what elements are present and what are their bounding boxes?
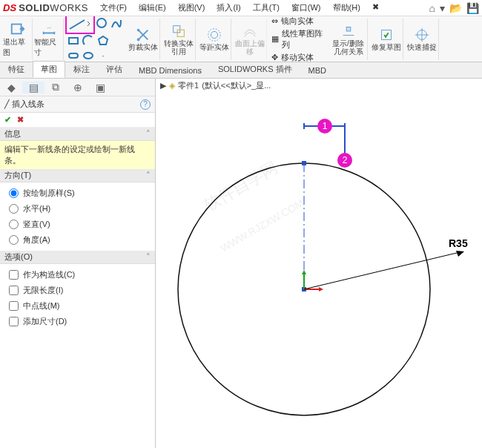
radio-as-sketched-input[interactable] bbox=[9, 188, 19, 198]
check-adddim[interactable]: 添加尺寸(D) bbox=[6, 314, 149, 329]
manager-tabs: ◆ ▤ ⧉ ⊕ ▣ bbox=[0, 79, 155, 96]
check-midpoint[interactable]: 中点线(M) bbox=[6, 298, 149, 314]
check-adddim-input[interactable] bbox=[9, 317, 19, 326]
tab-sketch[interactable]: 草图 bbox=[33, 61, 65, 78]
fm-tab-display[interactable]: ▣ bbox=[89, 82, 111, 93]
line-button[interactable] bbox=[67, 16, 93, 33]
logo-solid: SOLID bbox=[19, 2, 50, 13]
part-icon: ◈ bbox=[169, 81, 175, 90]
expand-icon[interactable]: ▶ bbox=[160, 81, 166, 90]
radio-angle-input[interactable] bbox=[9, 235, 19, 245]
check-construction[interactable]: 作为构造线(C) bbox=[6, 267, 149, 283]
sketch-tools: · bbox=[65, 16, 125, 62]
options-header[interactable]: 选项(O) ˄ bbox=[0, 251, 155, 264]
check-construction-label: 作为构造线(C) bbox=[23, 269, 75, 280]
menu-insert[interactable]: 插入(I) bbox=[214, 1, 243, 15]
svg-point-13 bbox=[208, 29, 220, 42]
exit-sketch-button[interactable]: 退出草图 bbox=[3, 19, 33, 60]
balloon-1[interactable]: 1 bbox=[317, 119, 332, 134]
radio-as-sketched[interactable]: 按绘制原样(S) bbox=[6, 185, 149, 201]
command-tabs: 特征 草图 标注 评估 MBD Dimensions SOLIDWORKS 插件… bbox=[0, 62, 482, 79]
svg-point-7 bbox=[84, 53, 93, 59]
tab-feature[interactable]: 特征 bbox=[0, 61, 33, 78]
menu-pin[interactable]: ✖ bbox=[369, 1, 382, 15]
cancel-button[interactable]: ✖ bbox=[17, 115, 24, 125]
tab-annotate[interactable]: 标注 bbox=[65, 61, 98, 78]
showdel-button[interactable]: 显示/删除几何关系 bbox=[329, 19, 368, 60]
radio-horizontal[interactable]: 水平(H) bbox=[6, 201, 149, 217]
logo-works: WORKS bbox=[50, 2, 88, 13]
save-icon[interactable]: 💾 bbox=[466, 2, 479, 14]
menu-help[interactable]: 帮助(H) bbox=[330, 1, 363, 15]
convert-button[interactable]: 转换实体引用 bbox=[162, 19, 196, 60]
rect-button[interactable] bbox=[67, 34, 80, 47]
radio-horizontal-input[interactable] bbox=[9, 204, 19, 214]
point-button[interactable]: · bbox=[96, 49, 110, 62]
orientation-header[interactable]: 方向(T) ˄ bbox=[0, 169, 155, 182]
breadcrumb[interactable]: ▶ ◈ 零件1 (默认<<默认>_显... bbox=[160, 80, 271, 91]
arc-button[interactable] bbox=[82, 34, 95, 47]
check-midpoint-label: 中点线(M) bbox=[23, 300, 60, 312]
menu-window[interactable]: 窗口(W) bbox=[288, 1, 324, 15]
spline-button[interactable] bbox=[110, 16, 123, 30]
home-icon[interactable]: ⌂ bbox=[429, 2, 435, 14]
svg-line-2 bbox=[70, 20, 85, 29]
graphics-viewport[interactable]: ▶ ◈ 零件1 (默认<<默认>_显... 软件自学网 WWW.RJZXW.CO… bbox=[156, 79, 482, 448]
crumb-part: 零件1 bbox=[178, 80, 199, 91]
linear-label: 线性草图阵列 bbox=[282, 28, 325, 50]
smart-dim-label: 智能尺寸 bbox=[34, 37, 63, 58]
radius-dimension[interactable]: R35 bbox=[304, 237, 468, 289]
info-icon[interactable]: ? bbox=[140, 99, 151, 110]
radio-vertical-input[interactable] bbox=[9, 220, 19, 229]
offset-button[interactable]: 等距实体 bbox=[197, 19, 231, 60]
trim-button[interactable]: 剪裁实体 bbox=[126, 19, 160, 60]
balloon-2[interactable]: 2 bbox=[337, 153, 352, 168]
circle-button[interactable] bbox=[95, 16, 108, 30]
menu-edit[interactable]: 编辑(E) bbox=[136, 1, 169, 15]
info-header[interactable]: 信息 ˄ bbox=[0, 128, 155, 141]
linear-pattern-button[interactable]: ▦线性草图阵列 bbox=[271, 28, 325, 50]
svg-point-8 bbox=[136, 29, 139, 32]
surf-offset-button: 曲面上偏移 bbox=[233, 19, 267, 60]
endpoint-top[interactable] bbox=[302, 161, 306, 165]
slot-button[interactable] bbox=[67, 49, 80, 62]
svg-point-3 bbox=[97, 19, 106, 27]
check-construction-input[interactable] bbox=[9, 270, 19, 280]
fm-tab-config[interactable]: ⧉ bbox=[44, 81, 67, 93]
radius-dim-text: R35 bbox=[449, 237, 468, 249]
pm-title: 插入线条 bbox=[12, 99, 44, 110]
tab-mbd[interactable]: MBD bbox=[300, 63, 334, 78]
fm-tab-feature[interactable]: ◆ bbox=[0, 82, 22, 93]
new-icon[interactable]: ▾ bbox=[440, 2, 445, 14]
tab-addins[interactable]: SOLIDWORKS 插件 bbox=[210, 61, 300, 78]
radio-angle[interactable]: 角度(A) bbox=[6, 232, 149, 248]
check-infinite-input[interactable] bbox=[9, 286, 19, 295]
quicksnap-button[interactable]: 快速捕捉 bbox=[405, 19, 439, 60]
ellipse-button[interactable] bbox=[82, 49, 95, 62]
menu-view[interactable]: 视图(V) bbox=[175, 1, 208, 15]
open-icon[interactable]: 📂 bbox=[449, 2, 462, 14]
repair-button[interactable]: 修复草图 bbox=[369, 19, 403, 60]
radio-angle-label: 角度(A) bbox=[23, 234, 50, 246]
ok-button[interactable]: ✔ bbox=[4, 115, 11, 125]
smart-dim-button[interactable]: ↔ 智能尺寸 bbox=[34, 19, 64, 60]
exit-sketch-label: 退出草图 bbox=[3, 37, 32, 58]
poly-button[interactable] bbox=[96, 34, 110, 47]
tab-mbd-dim[interactable]: MBD Dimensions bbox=[131, 63, 210, 78]
sketch-canvas[interactable]: R35 1 2 bbox=[156, 96, 482, 448]
balloon-1-text: 1 bbox=[323, 121, 328, 131]
menu-file[interactable]: 文件(F) bbox=[97, 1, 130, 15]
fm-tab-pm[interactable]: ▤ bbox=[22, 82, 44, 93]
check-midpoint-input[interactable] bbox=[9, 301, 19, 311]
left-panel: ◆ ▤ ⧉ ⊕ ▣ ╱ 插入线条 ? ✔ ✖ 信息 ˄ 编辑下一新线条的设定或绘… bbox=[0, 79, 156, 448]
opt-h-label: 选项(O) bbox=[4, 251, 33, 263]
check-infinite[interactable]: 无限长度(I) bbox=[6, 283, 149, 298]
svg-line-23 bbox=[304, 252, 460, 289]
radio-vertical[interactable]: 竖直(V) bbox=[6, 217, 149, 232]
fm-tab-dim[interactable]: ⊕ bbox=[67, 82, 89, 93]
svg-rect-4 bbox=[69, 38, 78, 44]
mirror-button[interactable]: ⇔镜向实体 bbox=[271, 16, 325, 27]
tab-evaluate[interactable]: 评估 bbox=[98, 61, 131, 78]
menu-tools[interactable]: 工具(T) bbox=[250, 1, 283, 15]
check-infinite-label: 无限长度(I) bbox=[23, 285, 63, 296]
